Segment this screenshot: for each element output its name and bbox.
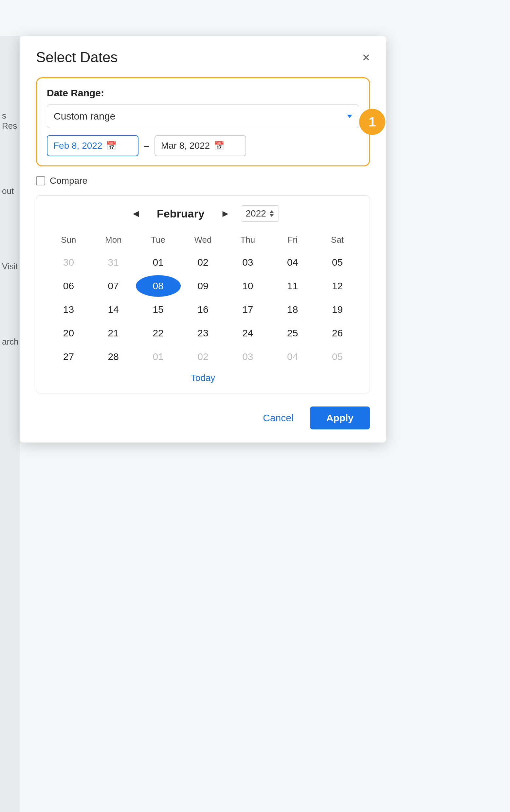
cal-day[interactable]: 11: [270, 275, 315, 297]
compare-row: Compare: [36, 176, 370, 186]
close-button[interactable]: ×: [362, 51, 370, 64]
compare-checkbox[interactable]: [36, 176, 45, 185]
custom-range-dropdown[interactable]: Custom range: [47, 105, 359, 128]
calendar-icon-start: 📅: [106, 141, 117, 151]
cal-day[interactable]: 24: [225, 322, 270, 344]
cal-day[interactable]: 25: [270, 322, 315, 344]
cal-day[interactable]: 01: [136, 346, 181, 368]
calendar-year: 2022: [246, 208, 266, 219]
cal-day[interactable]: 28: [91, 346, 136, 368]
cal-day[interactable]: 05: [315, 252, 360, 273]
cal-day[interactable]: 26: [315, 322, 360, 344]
calendar-grid: Sun Mon Tue Wed Thu Fri Sat 30 31 01 02 …: [46, 232, 360, 383]
cal-day[interactable]: 03: [225, 346, 270, 368]
calendar-icon-end: 📅: [214, 141, 224, 151]
cal-day[interactable]: 12: [315, 275, 360, 297]
year-spinner[interactable]: 2022: [241, 205, 279, 222]
cal-day[interactable]: 04: [270, 346, 315, 368]
cal-day[interactable]: 02: [181, 252, 226, 273]
cal-day[interactable]: 22: [136, 322, 181, 344]
date-range-section: Date Range: Custom range Feb 8, 2022 📅 –…: [36, 77, 370, 166]
cal-day[interactable]: 30: [46, 252, 91, 273]
day-name-tue: Tue: [136, 232, 181, 248]
modal-title: Select Dates: [36, 49, 118, 65]
cal-day[interactable]: 18: [270, 299, 315, 320]
calendar-week-4: 20 21 22 23 24 25 26: [46, 322, 360, 344]
year-down-icon: [269, 214, 274, 217]
end-date-input[interactable]: Mar 8, 2022 📅: [154, 135, 246, 156]
calendar-header-row: Sun Mon Tue Wed Thu Fri Sat: [46, 232, 360, 248]
day-name-mon: Mon: [91, 232, 136, 248]
chevron-down-icon: [347, 115, 352, 118]
sidebar-item-visit: Visit: [0, 259, 20, 274]
apply-button[interactable]: Apply: [310, 406, 370, 429]
cal-day[interactable]: 01: [136, 252, 181, 273]
date-separator: –: [144, 140, 149, 151]
cal-day[interactable]: 27: [46, 346, 91, 368]
custom-range-value: Custom range: [54, 111, 115, 122]
year-up-icon: [269, 210, 274, 213]
today-button[interactable]: Today: [191, 373, 215, 383]
cal-day[interactable]: 06: [46, 275, 91, 297]
compare-label: Compare: [50, 176, 87, 186]
end-date-value: Mar 8, 2022: [161, 141, 210, 151]
cal-day[interactable]: 05: [315, 346, 360, 368]
day-name-thu: Thu: [225, 232, 270, 248]
sidebar-item-arch: arch: [0, 334, 20, 349]
start-date-value: Feb 8, 2022: [53, 141, 102, 151]
date-range-label: Date Range:: [47, 87, 359, 98]
cal-day[interactable]: 07: [91, 275, 136, 297]
today-row: Today: [46, 373, 360, 383]
step-badge-1: 1: [359, 109, 385, 135]
start-date-input[interactable]: Feb 8, 2022 📅: [47, 135, 139, 156]
calendar-nav: ◄ February ► 2022: [46, 205, 360, 222]
cal-day[interactable]: 13: [46, 299, 91, 320]
cal-day[interactable]: 10: [225, 275, 270, 297]
cal-day[interactable]: 04: [270, 252, 315, 273]
modal-footer: Cancel Apply: [36, 406, 370, 429]
select-dates-modal: Select Dates × Date Range: Custom range …: [20, 36, 386, 442]
prev-month-button[interactable]: ◄: [127, 207, 145, 221]
sidebar: s Res out Visit arch: [0, 36, 20, 812]
spinner-arrows: [269, 210, 274, 217]
cal-day[interactable]: 03: [225, 252, 270, 273]
sidebar-item-out: out: [0, 183, 20, 199]
cal-day[interactable]: 16: [181, 299, 226, 320]
cal-day[interactable]: 02: [181, 346, 226, 368]
cal-day[interactable]: 23: [181, 322, 226, 344]
cal-day[interactable]: 09: [181, 275, 226, 297]
next-month-button[interactable]: ►: [217, 207, 234, 221]
date-inputs-row: Feb 8, 2022 📅 – Mar 8, 2022 📅: [47, 135, 359, 156]
calendar-week-3: 13 14 15 16 17 18 19: [46, 299, 360, 320]
calendar-week-1: 30 31 01 02 03 04 05: [46, 252, 360, 273]
sidebar-item-res: s Res: [0, 108, 20, 134]
day-name-fri: Fri: [270, 232, 315, 248]
day-name-sun: Sun: [46, 232, 91, 248]
cal-day[interactable]: 20: [46, 322, 91, 344]
day-name-sat: Sat: [315, 232, 360, 248]
cal-day[interactable]: 21: [91, 322, 136, 344]
calendar-week-2: 06 07 08 09 10 11 12: [46, 275, 360, 297]
calendar-month: February: [151, 207, 210, 220]
calendar: ◄ February ► 2022 Sun Mon Tue Wed Thu Fr…: [36, 195, 370, 394]
calendar-week-5: 27 28 01 02 03 04 05: [46, 346, 360, 368]
cal-day[interactable]: 17: [225, 299, 270, 320]
cal-day[interactable]: 19: [315, 299, 360, 320]
cancel-button[interactable]: Cancel: [253, 406, 303, 429]
cal-day-selected[interactable]: 08: [136, 275, 181, 297]
cal-day[interactable]: 31: [91, 252, 136, 273]
day-name-wed: Wed: [181, 232, 226, 248]
cal-day[interactable]: 14: [91, 299, 136, 320]
modal-header: Select Dates ×: [36, 49, 370, 65]
cal-day[interactable]: 15: [136, 299, 181, 320]
